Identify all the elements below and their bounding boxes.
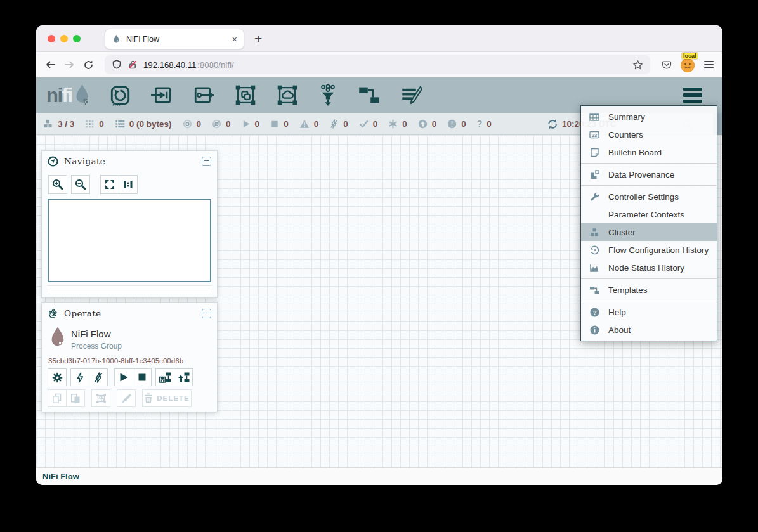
collapse-navigate-button[interactable] — [202, 157, 211, 166]
cluster-icon — [42, 119, 53, 129]
svg-text:?: ? — [592, 308, 596, 315]
zoom-out-button[interactable] — [71, 175, 90, 194]
operate-actions-row1 — [48, 368, 193, 386]
data-provenance-icon — [589, 170, 600, 179]
menu-item-cluster[interactable]: Cluster — [581, 223, 717, 241]
close-window-button[interactable] — [48, 35, 55, 42]
funnel-component-icon[interactable] — [318, 84, 337, 106]
process-group-drop-icon — [49, 326, 67, 350]
color-brush-button[interactable] — [117, 389, 136, 407]
zoom-window-button[interactable] — [73, 35, 81, 42]
selected-component-type: Process Group — [71, 342, 122, 351]
close-tab-icon[interactable]: × — [232, 35, 237, 44]
birdseye-minimap[interactable] — [48, 199, 211, 282]
disabled-bolt-icon — [329, 119, 339, 129]
about-info-icon — [589, 325, 600, 335]
menu-item-about[interactable]: About — [581, 321, 717, 339]
navigate-buttons — [48, 175, 138, 194]
browser-tab[interactable]: NiFi Flow × — [105, 29, 244, 49]
menu-item-node-status-history[interactable]: Node Status History — [581, 259, 717, 276]
nifi-application: ni fi — [36, 77, 722, 485]
browser-toolbar: 192.168.40.11 :8080/nifi/ local — [36, 52, 722, 77]
stopped-icon — [270, 119, 279, 129]
paste-button[interactable] — [66, 389, 85, 407]
birdseye-brush[interactable] — [48, 285, 211, 294]
tracking-shield-icon[interactable] — [112, 60, 122, 70]
output-port-component-icon[interactable] — [193, 85, 214, 105]
help-icon: ? — [589, 308, 600, 317]
template-component-icon[interactable] — [358, 85, 381, 105]
wrench-icon — [589, 192, 600, 202]
stop-button[interactable] — [133, 368, 152, 386]
configure-gear-button[interactable] — [48, 368, 67, 386]
zoom-fit-button[interactable] — [100, 175, 119, 194]
navigate-palette: Navigate — [41, 150, 218, 298]
disable-bolt-slash-button[interactable] — [89, 368, 108, 386]
menu-item-summary[interactable]: Summary — [581, 108, 717, 126]
nifi-logo-text-ni: ni — [46, 86, 62, 105]
node-status-chart-icon — [589, 263, 600, 273]
selected-component-id: 35cbd3b7-017b-1000-8bff-1c3405c00d6b — [48, 356, 183, 365]
operate-actions-row2: DELETE — [48, 389, 192, 407]
status-running: 0 — [242, 119, 260, 129]
transmitting-icon — [183, 119, 192, 129]
menu-item-templates[interactable]: Templates — [581, 281, 717, 299]
forward-icon[interactable] — [64, 60, 75, 70]
menu-item-controller-settings[interactable]: Controller Settings — [581, 188, 717, 205]
zoom-in-button[interactable] — [48, 175, 67, 194]
status-locally-modified-and-stale: 0 — [447, 119, 466, 129]
nifi-logo-drop-icon — [74, 84, 91, 107]
start-button[interactable] — [114, 368, 133, 386]
not-transmitting-icon — [212, 119, 221, 129]
summary-grid-icon — [589, 112, 600, 122]
invalid-warning-icon — [299, 119, 310, 129]
menu-item-data-provenance[interactable]: Data Provenance — [581, 165, 717, 183]
minimize-window-button[interactable] — [60, 35, 68, 42]
queued-list-icon — [115, 119, 125, 129]
enable-bolt-button[interactable] — [70, 368, 89, 386]
pocket-icon[interactable] — [661, 60, 672, 70]
refresh-icon[interactable] — [547, 119, 558, 129]
menu-item-counters[interactable]: 23 Counters — [581, 126, 717, 143]
bookmark-star-icon[interactable] — [632, 60, 643, 70]
menu-item-flow-configuration-history[interactable]: Flow Configuration History — [581, 241, 717, 259]
nifi-favicon-drop-icon — [112, 34, 121, 44]
operate-title: Operate — [64, 308, 101, 318]
delete-button[interactable]: DELETE — [142, 389, 192, 407]
menu-item-bulletin-board[interactable]: Bulletin Board — [581, 143, 717, 161]
back-icon[interactable] — [45, 60, 56, 70]
url-bar[interactable]: 192.168.40.11 :8080/nifi/ — [105, 55, 650, 74]
insecure-lock-icon[interactable] — [127, 60, 138, 70]
bulletin-board-icon — [589, 148, 600, 157]
url-host: 192.168.40.11 — [143, 60, 196, 70]
save-template-button[interactable] — [155, 368, 174, 386]
copy-button[interactable] — [48, 389, 67, 407]
upload-template-button[interactable] — [174, 368, 193, 386]
browser-menu-icon[interactable] — [704, 61, 714, 68]
arrow-up-circle-icon — [418, 119, 428, 129]
menu-divider — [581, 278, 717, 279]
running-icon — [242, 119, 251, 129]
menu-divider — [581, 301, 717, 301]
profile-avatar[interactable]: local — [681, 57, 696, 72]
process-group-component-icon[interactable] — [235, 84, 256, 106]
draggable-components — [110, 84, 422, 106]
remote-process-group-component-icon[interactable] — [277, 84, 298, 106]
global-menu-icon[interactable] — [683, 88, 702, 103]
group-selection-button[interactable] — [91, 389, 110, 407]
label-component-icon[interactable] — [401, 84, 422, 106]
menu-item-parameter-contexts[interactable]: Parameter Contexts — [581, 205, 717, 223]
nifi-logo-text-fi: fi — [62, 86, 72, 105]
browser-tab-bar: NiFi Flow × + — [36, 25, 722, 52]
breadcrumb-process-group[interactable]: NiFi Flow — [42, 472, 79, 481]
collapse-operate-button[interactable] — [202, 309, 211, 318]
reload-icon[interactable] — [83, 60, 94, 70]
input-port-component-icon[interactable] — [151, 85, 173, 105]
browser-window: NiFi Flow × + 192.168.40.11 :8080/nifi/ — [36, 25, 722, 485]
window-controls — [48, 35, 81, 42]
processor-component-icon[interactable] — [110, 85, 131, 106]
new-tab-button[interactable]: + — [254, 31, 262, 46]
zoom-actual-size-button[interactable] — [119, 175, 138, 194]
menu-item-help[interactable]: ? Help — [581, 303, 717, 321]
status-disabled: 0 — [329, 119, 348, 129]
